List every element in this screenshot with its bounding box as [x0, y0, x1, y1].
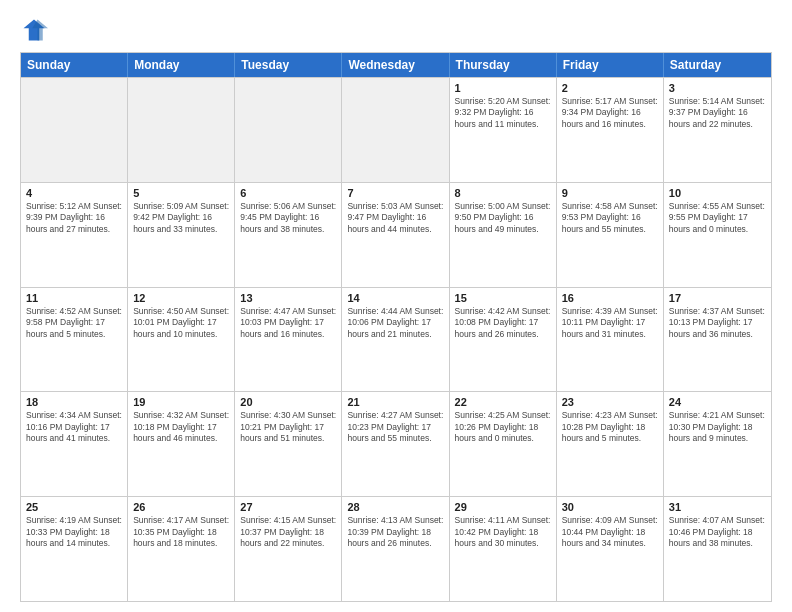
cal-cell: 30Sunrise: 4:09 AM Sunset: 10:44 PM Dayl…: [557, 497, 664, 601]
day-number: 20: [240, 396, 336, 408]
day-info: Sunrise: 4:55 AM Sunset: 9:55 PM Dayligh…: [669, 201, 766, 235]
cal-cell: 23Sunrise: 4:23 AM Sunset: 10:28 PM Dayl…: [557, 392, 664, 496]
cal-cell: 16Sunrise: 4:39 AM Sunset: 10:11 PM Dayl…: [557, 288, 664, 392]
cal-cell: 3Sunrise: 5:14 AM Sunset: 9:37 PM Daylig…: [664, 78, 771, 182]
cal-week-1: 1Sunrise: 5:20 AM Sunset: 9:32 PM Daylig…: [21, 77, 771, 182]
cal-cell: 11Sunrise: 4:52 AM Sunset: 9:58 PM Dayli…: [21, 288, 128, 392]
logo: [20, 16, 52, 44]
day-number: 12: [133, 292, 229, 304]
cal-cell: [342, 78, 449, 182]
day-number: 4: [26, 187, 122, 199]
cal-cell: [128, 78, 235, 182]
day-info: Sunrise: 5:12 AM Sunset: 9:39 PM Dayligh…: [26, 201, 122, 235]
day-number: 5: [133, 187, 229, 199]
cal-cell: [235, 78, 342, 182]
cal-header-cell: Sunday: [21, 53, 128, 77]
cal-cell: 17Sunrise: 4:37 AM Sunset: 10:13 PM Dayl…: [664, 288, 771, 392]
cal-header-cell: Wednesday: [342, 53, 449, 77]
cal-cell: 1Sunrise: 5:20 AM Sunset: 9:32 PM Daylig…: [450, 78, 557, 182]
day-number: 3: [669, 82, 766, 94]
calendar: SundayMondayTuesdayWednesdayThursdayFrid…: [20, 52, 772, 602]
day-number: 29: [455, 501, 551, 513]
cal-cell: 31Sunrise: 4:07 AM Sunset: 10:46 PM Dayl…: [664, 497, 771, 601]
day-number: 18: [26, 396, 122, 408]
day-number: 9: [562, 187, 658, 199]
day-info: Sunrise: 4:19 AM Sunset: 10:33 PM Daylig…: [26, 515, 122, 549]
cal-header-cell: Friday: [557, 53, 664, 77]
day-number: 21: [347, 396, 443, 408]
cal-week-4: 18Sunrise: 4:34 AM Sunset: 10:16 PM Dayl…: [21, 391, 771, 496]
day-number: 31: [669, 501, 766, 513]
calendar-body: 1Sunrise: 5:20 AM Sunset: 9:32 PM Daylig…: [21, 77, 771, 601]
day-info: Sunrise: 4:07 AM Sunset: 10:46 PM Daylig…: [669, 515, 766, 549]
cal-header-cell: Thursday: [450, 53, 557, 77]
cal-header-cell: Tuesday: [235, 53, 342, 77]
day-info: Sunrise: 4:23 AM Sunset: 10:28 PM Daylig…: [562, 410, 658, 444]
day-number: 23: [562, 396, 658, 408]
day-number: 30: [562, 501, 658, 513]
cal-cell: 12Sunrise: 4:50 AM Sunset: 10:01 PM Dayl…: [128, 288, 235, 392]
day-number: 24: [669, 396, 766, 408]
cal-header-cell: Monday: [128, 53, 235, 77]
day-number: 28: [347, 501, 443, 513]
day-info: Sunrise: 4:32 AM Sunset: 10:18 PM Daylig…: [133, 410, 229, 444]
cal-cell: 21Sunrise: 4:27 AM Sunset: 10:23 PM Dayl…: [342, 392, 449, 496]
cal-cell: 25Sunrise: 4:19 AM Sunset: 10:33 PM Dayl…: [21, 497, 128, 601]
cal-cell: 19Sunrise: 4:32 AM Sunset: 10:18 PM Dayl…: [128, 392, 235, 496]
page: SundayMondayTuesdayWednesdayThursdayFrid…: [0, 0, 792, 612]
day-info: Sunrise: 5:17 AM Sunset: 9:34 PM Dayligh…: [562, 96, 658, 130]
cal-cell: [21, 78, 128, 182]
day-info: Sunrise: 4:47 AM Sunset: 10:03 PM Daylig…: [240, 306, 336, 340]
day-info: Sunrise: 5:06 AM Sunset: 9:45 PM Dayligh…: [240, 201, 336, 235]
cal-header-cell: Saturday: [664, 53, 771, 77]
cal-cell: 5Sunrise: 5:09 AM Sunset: 9:42 PM Daylig…: [128, 183, 235, 287]
cal-cell: 15Sunrise: 4:42 AM Sunset: 10:08 PM Dayl…: [450, 288, 557, 392]
day-info: Sunrise: 4:39 AM Sunset: 10:11 PM Daylig…: [562, 306, 658, 340]
cal-cell: 14Sunrise: 4:44 AM Sunset: 10:06 PM Dayl…: [342, 288, 449, 392]
day-info: Sunrise: 4:21 AM Sunset: 10:30 PM Daylig…: [669, 410, 766, 444]
day-number: 17: [669, 292, 766, 304]
day-info: Sunrise: 4:30 AM Sunset: 10:21 PM Daylig…: [240, 410, 336, 444]
cal-week-5: 25Sunrise: 4:19 AM Sunset: 10:33 PM Dayl…: [21, 496, 771, 601]
day-info: Sunrise: 4:27 AM Sunset: 10:23 PM Daylig…: [347, 410, 443, 444]
day-number: 19: [133, 396, 229, 408]
day-number: 25: [26, 501, 122, 513]
day-info: Sunrise: 4:58 AM Sunset: 9:53 PM Dayligh…: [562, 201, 658, 235]
day-info: Sunrise: 5:00 AM Sunset: 9:50 PM Dayligh…: [455, 201, 551, 235]
day-info: Sunrise: 4:44 AM Sunset: 10:06 PM Daylig…: [347, 306, 443, 340]
cal-cell: 28Sunrise: 4:13 AM Sunset: 10:39 PM Dayl…: [342, 497, 449, 601]
day-info: Sunrise: 4:50 AM Sunset: 10:01 PM Daylig…: [133, 306, 229, 340]
cal-cell: 8Sunrise: 5:00 AM Sunset: 9:50 PM Daylig…: [450, 183, 557, 287]
day-info: Sunrise: 5:20 AM Sunset: 9:32 PM Dayligh…: [455, 96, 551, 130]
cal-cell: 2Sunrise: 5:17 AM Sunset: 9:34 PM Daylig…: [557, 78, 664, 182]
cal-cell: 13Sunrise: 4:47 AM Sunset: 10:03 PM Dayl…: [235, 288, 342, 392]
day-number: 2: [562, 82, 658, 94]
cal-cell: 9Sunrise: 4:58 AM Sunset: 9:53 PM Daylig…: [557, 183, 664, 287]
day-info: Sunrise: 4:37 AM Sunset: 10:13 PM Daylig…: [669, 306, 766, 340]
day-number: 22: [455, 396, 551, 408]
cal-cell: 6Sunrise: 5:06 AM Sunset: 9:45 PM Daylig…: [235, 183, 342, 287]
day-number: 1: [455, 82, 551, 94]
cal-cell: 24Sunrise: 4:21 AM Sunset: 10:30 PM Dayl…: [664, 392, 771, 496]
day-info: Sunrise: 4:34 AM Sunset: 10:16 PM Daylig…: [26, 410, 122, 444]
day-info: Sunrise: 4:13 AM Sunset: 10:39 PM Daylig…: [347, 515, 443, 549]
day-number: 11: [26, 292, 122, 304]
cal-cell: 27Sunrise: 4:15 AM Sunset: 10:37 PM Dayl…: [235, 497, 342, 601]
header: [20, 16, 772, 44]
cal-cell: 29Sunrise: 4:11 AM Sunset: 10:42 PM Dayl…: [450, 497, 557, 601]
day-info: Sunrise: 4:09 AM Sunset: 10:44 PM Daylig…: [562, 515, 658, 549]
logo-icon: [20, 16, 48, 44]
day-info: Sunrise: 4:25 AM Sunset: 10:26 PM Daylig…: [455, 410, 551, 444]
cal-week-2: 4Sunrise: 5:12 AM Sunset: 9:39 PM Daylig…: [21, 182, 771, 287]
cal-cell: 4Sunrise: 5:12 AM Sunset: 9:39 PM Daylig…: [21, 183, 128, 287]
day-number: 14: [347, 292, 443, 304]
day-info: Sunrise: 4:42 AM Sunset: 10:08 PM Daylig…: [455, 306, 551, 340]
day-number: 26: [133, 501, 229, 513]
day-number: 6: [240, 187, 336, 199]
day-number: 16: [562, 292, 658, 304]
day-info: Sunrise: 4:11 AM Sunset: 10:42 PM Daylig…: [455, 515, 551, 549]
day-info: Sunrise: 5:14 AM Sunset: 9:37 PM Dayligh…: [669, 96, 766, 130]
day-number: 13: [240, 292, 336, 304]
cal-cell: 22Sunrise: 4:25 AM Sunset: 10:26 PM Dayl…: [450, 392, 557, 496]
cal-cell: 26Sunrise: 4:17 AM Sunset: 10:35 PM Dayl…: [128, 497, 235, 601]
